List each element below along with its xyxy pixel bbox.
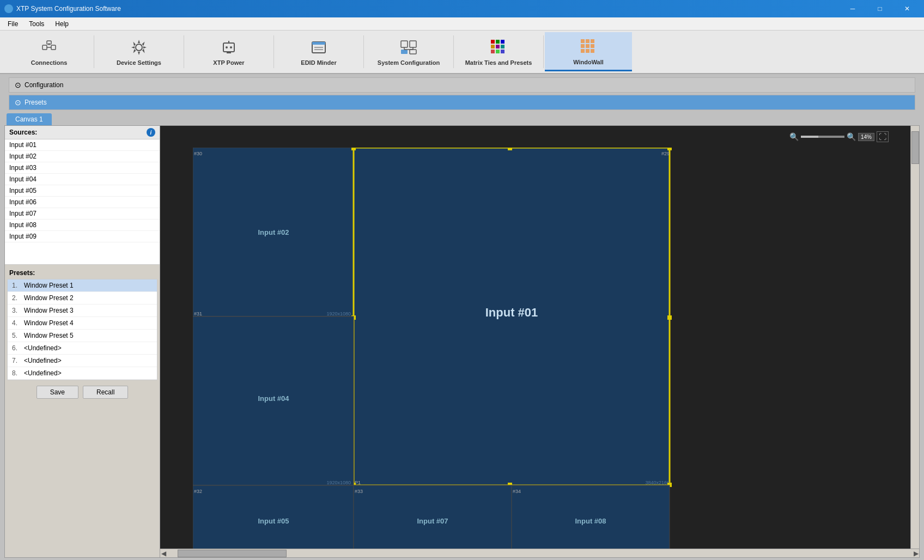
- source-item[interactable]: Input #09: [5, 231, 160, 242]
- svg-rect-7: [223, 43, 234, 52]
- handle-top[interactable]: [508, 148, 512, 150]
- source-item[interactable]: Input #03: [5, 162, 160, 174]
- edid-minder-label: EDID Minder: [301, 59, 336, 66]
- canvas-with-vscroll: 🔍 🔍 14% ⛶ Input #02 #30: [160, 126, 919, 549]
- edid-minder-icon: [309, 38, 329, 57]
- presets-list[interactable]: 1. Window Preset 1 2. Window Preset 2 3.…: [7, 279, 157, 380]
- menu-help[interactable]: Help: [50, 19, 74, 29]
- hscroll-left-arrow[interactable]: ◀: [160, 550, 167, 557]
- hscroll-right-arrow[interactable]: ▶: [913, 550, 919, 557]
- window-controls: ─ □ ✕: [840, 0, 920, 17]
- preset-item-7[interactable]: 7. <Undefined>: [8, 355, 157, 367]
- svg-rect-19: [410, 50, 416, 54]
- configuration-label: Configuration: [25, 81, 63, 89]
- save-button[interactable]: Save: [37, 386, 78, 399]
- source-item[interactable]: Input #07: [5, 208, 160, 220]
- preset-num: 8.: [12, 369, 21, 377]
- toolbar-system-config[interactable]: System Configuration: [365, 32, 452, 71]
- maximize-button[interactable]: □: [867, 0, 892, 17]
- preset-num: 4.: [12, 319, 21, 327]
- toolbar-matrix-ties[interactable]: Matrix Ties and Presets: [455, 32, 542, 71]
- preset-num: 2.: [12, 294, 21, 302]
- connector-33: #33: [355, 489, 363, 494]
- configuration-section[interactable]: ⊙ Configuration: [9, 77, 915, 93]
- source-item[interactable]: Input #02: [5, 151, 160, 162]
- preset-num: 7.: [12, 357, 21, 364]
- preset-label: Window Preset 4: [24, 319, 74, 327]
- recall-button[interactable]: Recall: [83, 386, 128, 399]
- menu-bar: File Tools Help: [0, 17, 924, 31]
- preset-num: 3.: [12, 307, 21, 314]
- svg-rect-17: [410, 41, 416, 47]
- toolbar-device-settings[interactable]: Device Settings: [95, 32, 183, 71]
- hscroll-thumb[interactable]: [178, 550, 287, 557]
- source-item[interactable]: Input #04: [5, 174, 160, 185]
- menu-tools[interactable]: Tools: [23, 19, 50, 29]
- zoom-slider[interactable]: [801, 136, 844, 138]
- sources-info-icon[interactable]: i: [147, 128, 155, 137]
- sources-header: Sources: i: [5, 126, 160, 139]
- preset-item-4[interactable]: 4. Window Preset 4: [8, 317, 157, 330]
- horizontal-scrollbar[interactable]: ◀ ▶: [160, 549, 919, 557]
- preset-label: <Undefined>: [24, 344, 62, 352]
- zoom-out-icon[interactable]: 🔍: [789, 132, 799, 141]
- presets-section-panel: Presets: 1. Window Preset 1 2. Window Pr…: [5, 265, 160, 382]
- svg-point-10: [230, 46, 232, 48]
- svg-rect-29: [491, 50, 495, 53]
- preset-label: <Undefined>: [24, 357, 62, 364]
- left-panel: Sources: i Input #01 Input #02 Input #03…: [5, 126, 160, 557]
- panel-input07-label: Input #07: [417, 517, 448, 525]
- connector-29: #29: [661, 151, 670, 156]
- preset-item-3[interactable]: 3. Window Preset 3: [8, 305, 157, 317]
- preset-label: Window Preset 2: [24, 294, 74, 302]
- canvas-tab[interactable]: Canvas 1: [7, 113, 52, 125]
- toolbar-connections[interactable]: Connections: [5, 32, 93, 71]
- presets-label: Presets: [25, 99, 47, 106]
- window-title: XTP System Configuration Software: [16, 5, 840, 13]
- canvas-svg: Input #02 #30 #31 1920x1080 Input #01 #2…: [193, 148, 694, 549]
- toolbar-windowall[interactable]: WindoWall: [545, 32, 632, 71]
- preset-label: Window Preset 1: [24, 282, 74, 289]
- svg-rect-34: [591, 39, 594, 43]
- preset-num: 5.: [12, 332, 21, 339]
- preset-item-1[interactable]: 1. Window Preset 1: [8, 279, 157, 292]
- preset-item-6[interactable]: 6. <Undefined>: [8, 342, 157, 355]
- xtp-power-icon: [219, 38, 239, 57]
- main-content: ⊙ Configuration ⊙ Presets Canvas 1 Sourc…: [0, 74, 924, 560]
- source-item[interactable]: Input #08: [5, 220, 160, 231]
- svg-point-0: [6, 6, 11, 11]
- svg-rect-24: [496, 40, 500, 44]
- preset-item-2[interactable]: 2. Window Preset 2: [8, 292, 157, 305]
- svg-rect-38: [581, 49, 585, 53]
- close-button[interactable]: ✕: [895, 0, 920, 17]
- connector-30: #30: [194, 151, 202, 156]
- svg-rect-8: [227, 52, 231, 53]
- corner-tr[interactable]: [667, 148, 672, 150]
- source-item[interactable]: Input #06: [5, 197, 160, 208]
- menu-file[interactable]: File: [2, 19, 23, 29]
- preset-item-5[interactable]: 5. Window Preset 5: [8, 330, 157, 342]
- source-item[interactable]: Input #01: [5, 139, 160, 151]
- vscroll-thumb[interactable]: [911, 131, 919, 164]
- title-bar: XTP System Configuration Software ─ □ ✕: [0, 0, 924, 17]
- sources-list[interactable]: Input #01 Input #02 Input #03 Input #04 …: [5, 139, 160, 265]
- corner-tl[interactable]: [351, 148, 356, 150]
- svg-rect-27: [496, 45, 500, 48]
- presets-chevron: ⊙: [15, 98, 21, 107]
- presets-section[interactable]: ⊙ Presets: [9, 95, 915, 110]
- preset-item-8[interactable]: 8. <Undefined>: [8, 367, 157, 380]
- svg-rect-18: [401, 50, 408, 54]
- minimize-button[interactable]: ─: [840, 0, 865, 17]
- toolbar-edid-minder[interactable]: EDID Minder: [275, 32, 362, 71]
- vertical-scrollbar[interactable]: [910, 126, 919, 549]
- svg-rect-40: [591, 49, 594, 53]
- canvas-outer: 🔍 🔍 14% ⛶ Input #02 #30: [160, 126, 919, 557]
- zoom-expand-icon[interactable]: ⛶: [877, 131, 889, 142]
- zoom-in-icon[interactable]: 🔍: [847, 132, 856, 141]
- canvas-viewport[interactable]: 🔍 🔍 14% ⛶ Input #02 #30: [160, 126, 910, 549]
- handle-right[interactable]: [667, 315, 672, 320]
- svg-rect-33: [586, 39, 589, 43]
- toolbar-xtp-power[interactable]: XTP Power: [185, 32, 272, 71]
- matrix-ties-icon: [489, 38, 508, 57]
- source-item[interactable]: Input #05: [5, 185, 160, 197]
